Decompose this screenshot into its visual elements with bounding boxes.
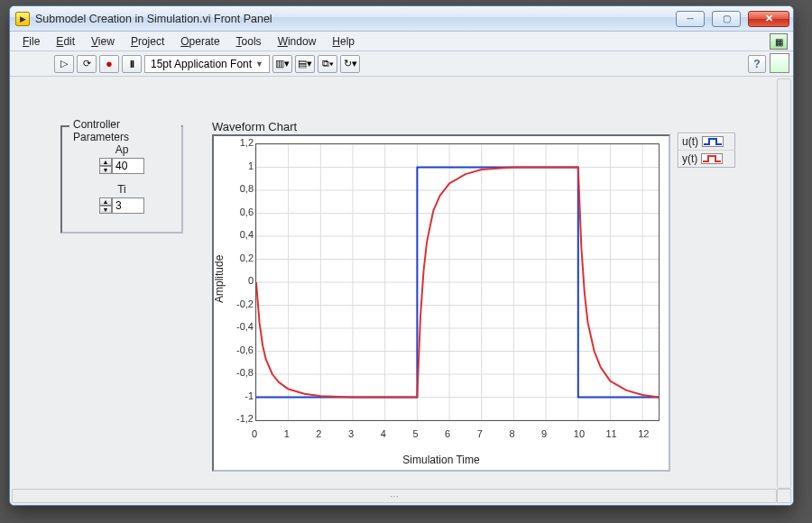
legend-y-label: y(t) <box>682 152 697 165</box>
menu-tools[interactable]: Tools <box>229 33 269 50</box>
y-tick: -0,6 <box>236 344 254 355</box>
menu-window[interactable]: Window <box>271 33 324 50</box>
y-tick: -0,8 <box>236 367 254 378</box>
y-tick: 0,8 <box>240 183 254 194</box>
x-tick: 5 <box>412 428 418 439</box>
menu-project[interactable]: Project <box>124 33 171 50</box>
app-window: ▶ Submodel Creation in Simulation.vi Fro… <box>9 5 794 506</box>
ti-parameter: Ti ▲ ▼ <box>71 183 172 214</box>
reorder-button[interactable]: ↻▾ <box>340 55 360 73</box>
x-tick: 10 <box>574 428 585 439</box>
legend-row-y[interactable]: y(t) <box>678 151 734 167</box>
ap-decrement[interactable]: ▼ <box>99 166 112 174</box>
titlebar[interactable]: ▶ Submodel Creation in Simulation.vi Fro… <box>10 6 793 32</box>
context-help-button[interactable]: ? <box>748 55 766 73</box>
ap-increment[interactable]: ▲ <box>99 158 112 166</box>
controller-parameters-label: Controller Parameters <box>69 118 181 143</box>
x-tick: 12 <box>638 428 649 439</box>
window-title: Submodel Creation in Simulation.vi Front… <box>35 13 272 25</box>
controller-parameters-group: Controller Parameters Ap ▲ ▼ Ti ▲ ▼ <box>60 125 183 234</box>
legend-u-swatch <box>702 136 724 147</box>
menubar: File Edit View Project Operate Tools Win… <box>10 32 793 51</box>
ti-input[interactable] <box>112 197 144 214</box>
x-tick: 6 <box>445 428 450 439</box>
horizontal-scrollbar[interactable]: ··· <box>12 489 777 503</box>
y-tick: 1 <box>248 161 254 171</box>
chart-plot-area <box>255 143 660 421</box>
run-button[interactable]: ▷ <box>54 55 74 73</box>
minimize-button[interactable]: ─ <box>676 11 705 27</box>
x-tick: 0 <box>252 428 257 439</box>
x-tick: 7 <box>477 428 483 439</box>
chart-title: Waveform Chart <box>212 120 297 133</box>
y-tick: -1,2 <box>236 413 254 424</box>
y-tick: 0 <box>248 275 254 286</box>
vi-icon[interactable]: ▦ <box>770 33 788 50</box>
menu-view[interactable]: View <box>84 33 122 50</box>
maximize-button[interactable]: ▢ <box>712 11 741 27</box>
font-selector[interactable]: 15pt Application Font ▼ <box>144 55 270 73</box>
ap-label: Ap <box>71 143 172 156</box>
x-tick: 4 <box>381 428 386 439</box>
chart-legend[interactable]: u(t) y(t) <box>678 133 735 168</box>
y-tick: 0,2 <box>240 252 254 263</box>
abort-button[interactable]: ● <box>99 55 119 73</box>
run-continuous-button[interactable]: ⟳ <box>77 55 97 73</box>
y-tick: 0,4 <box>240 229 254 240</box>
x-tick: 3 <box>348 428 354 439</box>
menu-help[interactable]: Help <box>325 33 362 50</box>
pause-button[interactable]: II <box>122 55 142 73</box>
toolbar: ▷ ⟳ ● II 15pt Application Font ▼ ▥▾ ▤▾ ⧉… <box>10 51 793 77</box>
y-tick: -0,4 <box>236 321 254 332</box>
x-tick: 1 <box>284 428 290 439</box>
ap-spinner[interactable]: ▲ ▼ <box>99 158 112 174</box>
font-label: 15pt Application Font <box>151 58 252 70</box>
ap-input[interactable] <box>112 158 144 174</box>
ti-label: Ti <box>71 183 172 196</box>
ti-decrement[interactable]: ▼ <box>99 206 112 214</box>
x-tick-row: 0123456789101112 <box>255 428 660 443</box>
x-axis-label: Simulation Time <box>214 454 669 466</box>
x-tick: 2 <box>316 428 321 439</box>
legend-u-label: u(t) <box>682 135 698 148</box>
y-tick: -1 <box>245 390 254 401</box>
legend-row-u[interactable]: u(t) <box>678 133 734 151</box>
y-axis-label: Amplitude <box>213 255 226 303</box>
x-tick: 9 <box>541 428 547 439</box>
resize-objects-button[interactable]: ⧉▾ <box>318 55 337 73</box>
x-tick: 11 <box>605 428 616 439</box>
close-button[interactable]: ✕ <box>748 11 789 27</box>
vertical-scrollbar[interactable] <box>777 78 791 489</box>
menu-file[interactable]: File <box>15 33 47 50</box>
ti-increment[interactable]: ▲ <box>99 197 112 206</box>
legend-y-swatch <box>701 153 723 164</box>
waveform-chart[interactable]: Amplitude 0123456789101112 Simulation Ti… <box>212 134 670 472</box>
y-tick-col: -1,2-1-0,8-0,6-0,4-0,200,20,40,60,811,2 <box>230 143 254 421</box>
x-tick: 8 <box>509 428 514 439</box>
ti-spinner[interactable]: ▲ ▼ <box>99 197 112 214</box>
menu-operate[interactable]: Operate <box>173 33 226 50</box>
front-panel: Controller Parameters Ap ▲ ▼ Ti ▲ ▼ <box>10 77 793 505</box>
menu-edit[interactable]: Edit <box>49 33 82 50</box>
connector-icon[interactable] <box>770 53 789 73</box>
y-tick: -0,2 <box>236 298 254 309</box>
resize-handle[interactable] <box>777 489 791 503</box>
chevron-down-icon: ▼ <box>255 60 263 69</box>
align-button[interactable]: ▥▾ <box>272 55 292 73</box>
app-icon: ▶ <box>15 12 30 26</box>
ap-parameter: Ap ▲ ▼ <box>71 143 172 174</box>
y-tick: 1,2 <box>240 137 254 148</box>
distribute-button[interactable]: ▤▾ <box>295 55 315 73</box>
y-tick: 0,6 <box>240 206 254 217</box>
